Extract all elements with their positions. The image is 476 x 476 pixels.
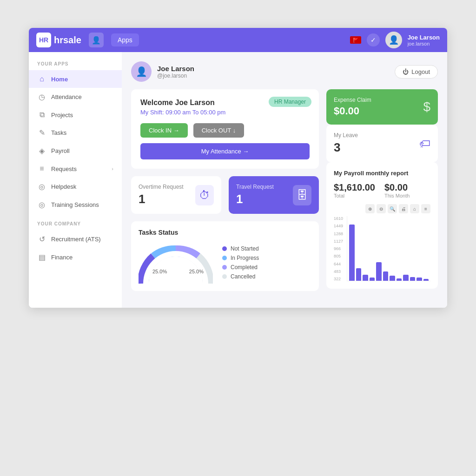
sidebar-item-helpdesk[interactable]: ◎ Helpdesk [29, 178, 122, 196]
sidebar-item-label: Helpdesk [51, 183, 76, 190]
zoom-minus-icon[interactable]: ⊖ [377, 204, 386, 213]
bar-5 [376, 262, 382, 281]
legend-completed: Completed [222, 264, 259, 271]
legend-in-progress: In Progress [222, 255, 259, 261]
tasks-card-title: Tasks Status [139, 229, 311, 236]
bar-1 [349, 225, 355, 281]
travel-label: Travel Request [236, 184, 274, 190]
content-area: 👤 Joe Larson @joe.larson ⏻ Logout [122, 52, 447, 308]
role-badge: HR Manager [269, 97, 311, 107]
profile-avatar: 👤 [131, 61, 152, 82]
payroll-month-label: This Month [384, 193, 410, 198]
bar-7 [390, 276, 395, 281]
clock-icon: ◷ [37, 93, 46, 101]
sidebar-item-recruitment[interactable]: ↺ Recruitment (ATS) [29, 230, 122, 248]
attendance-button[interactable]: My Attendance → [140, 143, 310, 159]
main-layout: YOUR APPS ⌂ Home ◷ Attendance ⧉ Projects… [29, 52, 447, 308]
expense-amount: $0.00 [334, 105, 371, 117]
payroll-total-amount: $1,610.00 [334, 182, 375, 193]
zoom-plus-icon[interactable]: ⊕ [365, 204, 375, 213]
sidebar-item-training[interactable]: ◎ Training Sessions [29, 196, 122, 214]
bar-chart-bars [347, 216, 430, 281]
profile-name: Joe Larson [157, 65, 194, 73]
legend-label-in-progress: In Progress [231, 255, 259, 261]
tasks-chart-area: 25.0% 25.0% Not Started [139, 242, 311, 284]
tasks-card: Tasks Status [131, 221, 319, 291]
sidebar-item-requests[interactable]: ≡ Requests › [29, 160, 122, 178]
sidebar-item-payroll[interactable]: ◈ Payroll [29, 142, 122, 160]
overtime-info: Overtime Request 1 [139, 184, 184, 206]
sidebar-item-projects[interactable]: ⧉ Projects [29, 106, 122, 124]
legend-dot-completed [222, 265, 227, 270]
pie-label-right: 25.0% [189, 269, 204, 274]
leave-card[interactable]: My Leave 3 🏷 [326, 125, 438, 162]
profile-header: 👤 Joe Larson @joe.larson ⏻ Logout [131, 61, 438, 82]
profile-info: Joe Larson @joe.larson [157, 65, 194, 79]
sidebar: YOUR APPS ⌂ Home ◷ Attendance ⧉ Projects… [29, 52, 122, 308]
chart-controls: ⊕ ⊖ 🔍 🖨 ⌂ ≡ [334, 204, 430, 213]
user-handle: joe.larson [408, 41, 440, 46]
sidebar-item-attendance[interactable]: ◷ Attendance [29, 88, 122, 106]
bar-4 [370, 278, 375, 281]
bar-9 [403, 275, 409, 281]
menu-icon[interactable]: ≡ [421, 204, 430, 213]
clock-in-button[interactable]: Clock IN → [140, 123, 188, 138]
power-icon: ⏻ [403, 68, 409, 75]
finance-icon: ▤ [37, 253, 46, 262]
overtime-count: 1 [139, 192, 184, 206]
legend-dot-in-progress [222, 256, 227, 260]
sidebar-item-finance[interactable]: ▤ Finance [29, 248, 122, 266]
legend-not-started: Not Started [222, 245, 259, 252]
sidebar-item-label: Payroll [51, 147, 70, 154]
leave-info: My Leave 3 [334, 132, 358, 155]
overtime-request-card[interactable]: Overtime Request 1 ⏱ [131, 176, 221, 214]
shift-text: My Shift: 09:00 am To 05:00 pm [140, 109, 310, 116]
bar-10 [410, 277, 416, 281]
helpdesk-icon: ◎ [37, 182, 46, 191]
expense-card[interactable]: Expense Claim $0.00 $ [326, 89, 438, 125]
check-icon[interactable]: ✓ [367, 33, 380, 46]
overtime-label: Overtime Request [139, 184, 184, 190]
expense-label: Expense Claim [334, 97, 371, 103]
bar-11 [416, 278, 422, 281]
sidebar-item-label: Home [51, 76, 68, 83]
apps-button[interactable]: Apps [111, 33, 139, 46]
bar-chart: 1610 1449 1288 1127 966 805 644 483 322 [334, 216, 430, 281]
avatar[interactable]: 👤 [385, 32, 402, 48]
travel-request-card[interactable]: Travel Request 1 🗄 [229, 176, 319, 214]
travel-icon: 🗄 [293, 185, 311, 205]
person-icon-button[interactable]: 👤 [89, 33, 104, 47]
logout-button[interactable]: ⏻ Logout [395, 65, 438, 79]
training-icon: ◎ [37, 200, 46, 209]
home-icon: ⌂ [37, 75, 46, 83]
content-right: Expense Claim $0.00 $ My Leave 3 🏷 [326, 89, 438, 298]
chevron-right-icon: › [112, 166, 113, 172]
clock-out-button[interactable]: Clock OUT ↓ [193, 123, 244, 138]
print-icon[interactable]: 🖨 [399, 204, 408, 213]
your-apps-label: YOUR APPS [29, 61, 122, 70]
topnav: HR hrsale 👤 Apps 🚩 ✓ 👤 Joe Larson joe.la… [29, 28, 447, 52]
language-flag[interactable]: 🚩 [350, 36, 361, 44]
app-name: hrsale [54, 35, 81, 46]
leave-label: My Leave [334, 132, 358, 139]
legend-label-not-started: Not Started [231, 245, 259, 252]
dollar-icon: $ [423, 99, 430, 114]
payroll-icon: ◈ [37, 146, 46, 155]
bar-8 [397, 278, 402, 281]
payroll-card: My Payroll monthly report $1,610.00 Tota… [326, 162, 438, 289]
sidebar-item-home[interactable]: ⌂ Home [29, 70, 122, 88]
sidebar-item-label: Training Sessions [51, 201, 99, 208]
pie-label-left: 25.0% [152, 269, 167, 274]
leave-count: 3 [334, 140, 358, 155]
legend-cancelled: Cancelled [222, 273, 259, 280]
user-name: Joe Larson [408, 34, 440, 41]
sidebar-item-label: Finance [51, 254, 73, 261]
projects-icon: ⧉ [37, 111, 46, 119]
home-chart-icon[interactable]: ⌂ [410, 204, 419, 213]
profile-handle: @joe.larson [157, 73, 194, 79]
request-row: Overtime Request 1 ⏱ Travel Request 1 [131, 176, 319, 214]
search-icon[interactable]: 🔍 [388, 204, 397, 213]
sidebar-item-label: Tasks [51, 129, 66, 136]
sidebar-item-tasks[interactable]: ✎ Tasks [29, 124, 122, 142]
travel-info: Travel Request 1 [236, 184, 274, 206]
